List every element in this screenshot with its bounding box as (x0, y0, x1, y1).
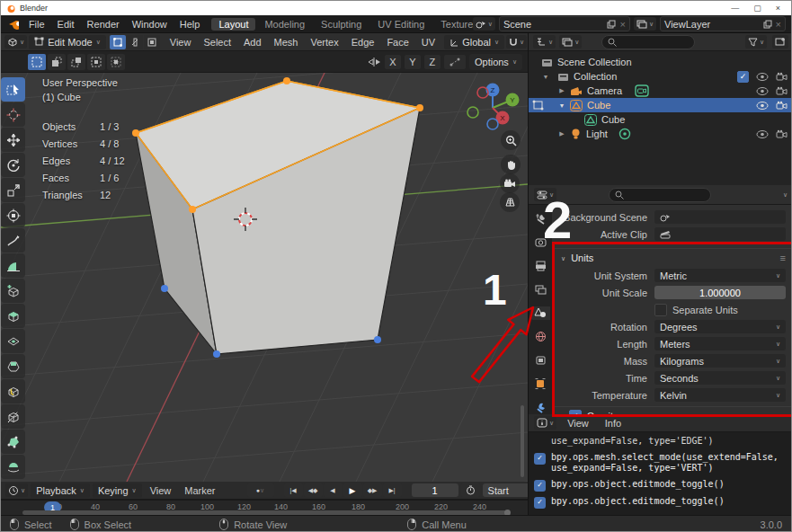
viewport-scrollbar[interactable] (521, 405, 524, 477)
current-frame-field[interactable]: 1 (412, 483, 458, 497)
tool-transform[interactable] (1, 203, 25, 227)
selected-vertex[interactable] (416, 104, 423, 111)
auto-keying-button[interactable]: ●∨ (247, 483, 274, 497)
select-mode-subtract-button[interactable] (67, 54, 85, 70)
vertex-select-button[interactable] (110, 35, 126, 49)
menu-view[interactable]: View (165, 37, 197, 48)
disable-render-icon[interactable] (776, 86, 788, 95)
info-log-line[interactable]: ✓bpy.ops.object.editmode_toggle() (529, 476, 792, 493)
tool-inset-faces[interactable] (1, 329, 25, 353)
log-checkbox[interactable]: ✓ (534, 497, 546, 509)
snap-target-button[interactable] (444, 55, 466, 69)
play-reverse-button[interactable]: ◀ (324, 483, 343, 497)
remove-viewlayer-icon[interactable]: × (776, 19, 781, 30)
tab-output[interactable] (530, 259, 550, 272)
keying-menu[interactable]: Keying∨ (93, 483, 142, 498)
playback-menu[interactable]: Playback∨ (31, 483, 90, 498)
active-clip-field[interactable] (654, 227, 786, 241)
close-button[interactable]: × (776, 4, 780, 13)
outliner-search-input[interactable] (601, 35, 695, 49)
background-scene-field[interactable] (654, 210, 786, 224)
outliner-filter-button[interactable]: ∨ (745, 35, 767, 49)
gravity-panel-header[interactable]: › ✓ Gravity ≡ (552, 406, 792, 414)
unselected-vertex[interactable] (374, 336, 381, 343)
menu-add[interactable]: Add (238, 37, 267, 48)
outliner-row-collection[interactable]: ▼ Collection ✓ (529, 69, 792, 84)
hide-eye-icon[interactable] (756, 102, 769, 110)
tool-annotate[interactable] (1, 228, 25, 253)
menu-window[interactable]: Window (126, 19, 174, 30)
menu-uv[interactable]: UV (416, 37, 440, 48)
minimize-button[interactable]: — (731, 4, 739, 13)
face-select-button[interactable] (144, 35, 160, 49)
menu-file[interactable]: File (22, 19, 51, 30)
disclosure-triangle-icon[interactable]: ▶ (557, 87, 566, 94)
menu-render[interactable]: Render (81, 19, 126, 30)
edge-select-button[interactable] (127, 35, 143, 49)
tool-scale[interactable] (1, 178, 25, 202)
workspace-tab-texture-paint[interactable]: Texture Paint (433, 18, 472, 31)
rotation-dropdown[interactable]: Degrees∨ (654, 320, 786, 333)
workspace-tab-sculpting[interactable]: Sculpting (314, 18, 369, 31)
tool-rotate[interactable] (1, 153, 25, 177)
play-button[interactable]: ▶ (343, 483, 362, 497)
hide-eye-icon[interactable] (756, 87, 769, 95)
disclosure-triangle-icon[interactable]: ▼ (557, 102, 566, 109)
maximize-button[interactable]: ▢ (753, 4, 761, 13)
log-checkbox[interactable]: ✓ (534, 480, 546, 492)
disclosure-triangle-icon[interactable]: ▼ (541, 74, 550, 80)
tab-scene[interactable] (530, 306, 550, 320)
editor-type-button[interactable]: ∨ (4, 35, 27, 49)
timeline-marker-menu[interactable]: Marker (179, 485, 220, 496)
viewlayer-name-field[interactable]: ViewLayer × (660, 16, 786, 31)
disable-render-icon[interactable] (776, 72, 788, 81)
use-preview-range-button[interactable] (461, 483, 480, 497)
hide-eye-icon[interactable] (756, 130, 769, 138)
zoom-view-button[interactable] (501, 130, 521, 150)
units-panel-header[interactable]: ∨ Units ≡ (552, 249, 792, 267)
tool-knife[interactable] (1, 404, 25, 429)
viewlayer-browse-button[interactable]: ∨ (634, 17, 656, 31)
tab-object[interactable] (530, 353, 550, 367)
properties-search-input[interactable] (609, 188, 711, 202)
camera-view-button[interactable] (500, 173, 520, 193)
snap-toggle-button[interactable]: ∨ (506, 35, 527, 49)
navigation-gizmo[interactable]: Z Y X (461, 75, 526, 137)
scene-name-field[interactable]: Scene × (499, 16, 630, 31)
options-dropdown[interactable]: Options ∨ (469, 54, 522, 70)
select-mode-extend-button[interactable] (48, 54, 66, 70)
new-collection-button[interactable] (772, 35, 788, 49)
jump-to-start-button[interactable]: |◀ (284, 483, 303, 497)
outliner-editor-type-button[interactable]: ∨ (533, 35, 556, 49)
outliner-row-light[interactable]: ▶ Light (529, 127, 792, 141)
length-dropdown[interactable]: Meters∨ (654, 337, 786, 350)
tool-loop-cut[interactable] (1, 379, 25, 403)
outliner-row-cube-data[interactable]: Cube (529, 112, 792, 127)
menu-help[interactable]: Help (174, 19, 207, 30)
prev-keyframe-button[interactable]: ◀◆ (304, 483, 323, 497)
time-dropdown[interactable]: Seconds∨ (654, 371, 786, 385)
tool-select-box[interactable] (1, 77, 25, 102)
select-mode-intersect-button[interactable] (107, 54, 125, 70)
tab-view-layer[interactable] (530, 283, 550, 297)
panel-menu-icon[interactable]: ≡ (780, 253, 786, 263)
workspace-tab-modeling[interactable]: Modeling (257, 18, 312, 31)
hide-eye-icon[interactable] (756, 73, 769, 81)
selected-vertex[interactable] (189, 206, 196, 213)
unit-system-dropdown[interactable]: Metric∨ (654, 269, 786, 282)
timeline-view-menu[interactable]: View (145, 485, 177, 496)
temperature-dropdown[interactable]: Kelvin∨ (654, 388, 786, 402)
menu-select[interactable]: Select (198, 37, 236, 48)
mirror-x-button[interactable]: X (385, 55, 401, 69)
info-info-menu[interactable]: Info (600, 418, 627, 429)
disclosure-triangle-icon[interactable]: ▶ (557, 130, 566, 137)
outliner-row-cube-selected[interactable]: ▼ Cube (529, 98, 792, 112)
menu-edit[interactable]: Edit (51, 19, 81, 30)
cube-mesh[interactable] (132, 77, 423, 358)
timeline-ruler[interactable]: 20 40 60 80 100 120 140 160 180 200 220 … (1, 500, 528, 516)
scene-browse-button[interactable]: ∨ (473, 17, 495, 31)
tool-move[interactable] (1, 128, 25, 152)
unselected-vertex[interactable] (213, 350, 220, 358)
info-log-line[interactable]: ✓bpy.ops.mesh.select_mode(use_extend=Fal… (529, 449, 792, 476)
tab-world[interactable] (530, 330, 550, 343)
